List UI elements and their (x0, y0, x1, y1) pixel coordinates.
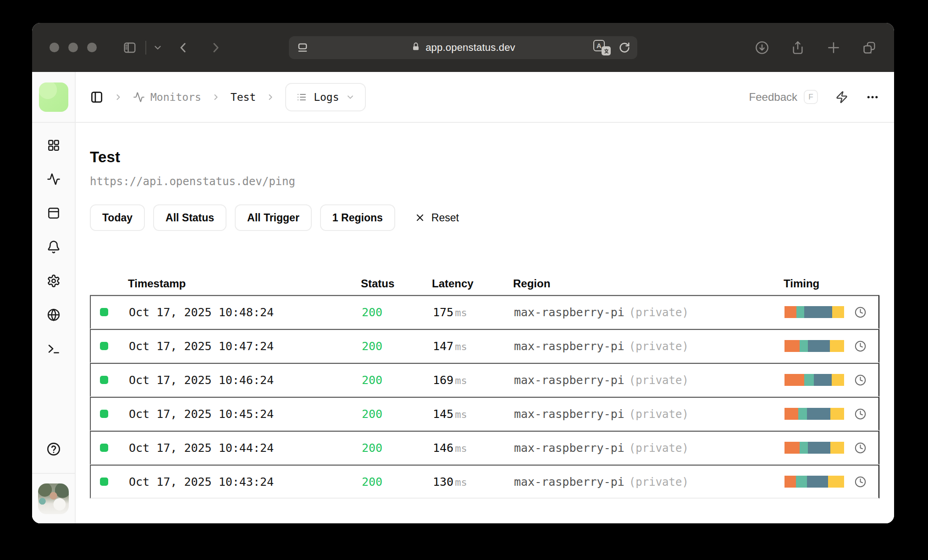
user-avatar[interactable] (38, 483, 69, 514)
timing-segment (796, 306, 804, 318)
activity-icon (133, 91, 145, 103)
breadcrumb: Monitors Test (90, 83, 366, 111)
sidebar-item-status-pages[interactable] (46, 206, 61, 220)
breadcrumb-monitor-name[interactable]: Test (231, 91, 256, 103)
grid-icon (47, 138, 61, 152)
timing-segment (808, 442, 830, 454)
browser-sidebar-icon[interactable] (122, 40, 137, 55)
timing-segment (830, 340, 844, 352)
new-tab-icon[interactable] (826, 40, 841, 55)
cell-region: max-raspberry-pi(private) (514, 441, 784, 455)
sidebar-item-notifications[interactable] (46, 240, 61, 254)
back-button[interactable] (177, 41, 190, 55)
address-bar[interactable]: app.openstatus.dev A (289, 36, 637, 59)
sidebar-item-globe[interactable] (46, 307, 61, 322)
timing-bar (784, 442, 844, 454)
breadcrumb-monitors[interactable]: Monitors (133, 91, 201, 103)
cell-timing (784, 442, 878, 454)
feedback-button[interactable]: Feedback F (749, 90, 818, 104)
table-row[interactable]: Oct 17, 2025 10:44:24 200 146ms max-rasp… (90, 431, 879, 465)
table-row[interactable]: Oct 17, 2025 10:45:24 200 145ms max-rasp… (90, 397, 879, 431)
status-ok-square (100, 444, 108, 452)
cell-latency: 175ms (433, 306, 514, 319)
timing-segment (784, 408, 798, 420)
downloads-icon[interactable] (755, 40, 769, 55)
timing-segment (828, 476, 844, 488)
reset-filters-button[interactable]: Reset (414, 212, 459, 224)
panel-top-icon (47, 206, 61, 220)
timing-segment (800, 442, 808, 454)
toolbar-divider (145, 41, 146, 55)
traffic-lights (50, 43, 97, 52)
timing-segment (796, 476, 807, 488)
bell-icon (47, 240, 61, 254)
gear-icon (47, 274, 61, 288)
tabs-overview-icon[interactable] (862, 40, 877, 55)
cell-timestamp: Oct 17, 2025 10:48:24 (129, 306, 362, 319)
timing-segment (798, 408, 807, 420)
table-row[interactable]: Oct 17, 2025 10:46:24 200 169ms max-rasp… (90, 363, 879, 397)
cell-latency: 146ms (433, 441, 514, 455)
cell-status: 200 (362, 407, 433, 421)
table-row[interactable]: Oct 17, 2025 10:47:24 200 147ms max-rasp… (90, 329, 879, 363)
timing-segment (804, 306, 832, 318)
col-latency: Latency (432, 277, 513, 290)
clock-icon[interactable] (854, 408, 867, 420)
table-header: Timestamp Status Latency Region Timing (90, 273, 879, 295)
cell-region: max-raspberry-pi(private) (514, 340, 784, 353)
cell-status: 200 (362, 340, 433, 353)
timing-segment (804, 374, 814, 386)
cell-region: max-raspberry-pi(private) (514, 373, 784, 387)
cell-timestamp: Oct 17, 2025 10:43:24 (129, 475, 362, 489)
filter-date[interactable]: Today (90, 204, 145, 231)
shortcut-badge: F (804, 90, 818, 104)
table-row[interactable]: Oct 17, 2025 10:48:24 200 175ms max-rasp… (90, 295, 879, 329)
clock-icon[interactable] (854, 306, 867, 318)
filter-regions[interactable]: 1 Regions (320, 204, 395, 231)
clock-icon[interactable] (854, 340, 867, 352)
minimize-window-button[interactable] (68, 43, 78, 52)
sidebar-item-settings[interactable] (46, 274, 61, 288)
help-circle-icon (46, 442, 61, 456)
sidebar-item-dashboard[interactable] (46, 138, 61, 153)
clock-icon[interactable] (854, 374, 867, 386)
sidebar-chevron-down-icon[interactable] (153, 43, 163, 53)
translate-icon[interactable]: A (593, 40, 611, 55)
filter-trigger[interactable]: All Trigger (235, 204, 312, 231)
chevron-right-icon (211, 93, 221, 102)
view-selector-logs[interactable]: Logs (285, 83, 365, 111)
zap-icon[interactable] (835, 91, 848, 104)
workspace-logo[interactable] (39, 82, 68, 112)
clock-icon[interactable] (854, 476, 867, 488)
share-icon[interactable] (790, 40, 805, 55)
help-button[interactable] (46, 442, 61, 456)
cell-timestamp: Oct 17, 2025 10:46:24 (129, 373, 362, 387)
status-ok-square (100, 342, 108, 350)
browser-toolbar: app.openstatus.dev A (32, 23, 894, 72)
globe-icon (47, 308, 61, 322)
more-options-icon[interactable] (866, 90, 879, 104)
sidebar-item-terminal[interactable] (46, 341, 61, 356)
forward-button[interactable] (209, 41, 222, 55)
cell-timing (784, 374, 878, 386)
panel-toggle-icon[interactable] (90, 90, 104, 104)
cell-timing (784, 408, 878, 420)
col-timestamp: Timestamp (128, 277, 361, 290)
zoom-window-button[interactable] (87, 43, 97, 52)
filter-status[interactable]: All Status (153, 204, 226, 231)
sidebar-item-monitors[interactable] (46, 172, 61, 187)
timing-segment (784, 476, 796, 488)
close-window-button[interactable] (50, 43, 59, 52)
activity-icon (47, 172, 61, 186)
cell-latency: 147ms (433, 340, 514, 353)
table-row[interactable]: Oct 17, 2025 10:43:24 200 130ms max-rasp… (90, 465, 879, 499)
app-header: Monitors Test (76, 72, 894, 123)
browser-window: app.openstatus.dev A (32, 23, 894, 523)
clock-icon[interactable] (854, 442, 867, 454)
timing-bar (784, 374, 844, 386)
col-region: Region (513, 277, 784, 290)
logs-table: Timestamp Status Latency Region Timing O… (90, 273, 879, 499)
cell-latency: 130ms (433, 475, 514, 489)
reload-icon[interactable] (618, 41, 631, 54)
timing-segment (814, 374, 832, 386)
